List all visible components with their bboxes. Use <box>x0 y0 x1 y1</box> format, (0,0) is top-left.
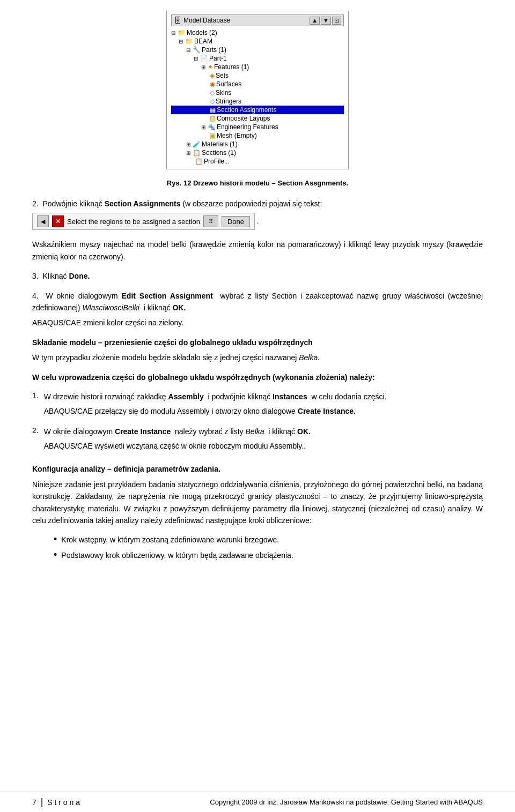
tree-label: Composite Layups <box>217 115 270 122</box>
tree-icon-features: ✦ <box>208 63 213 71</box>
ns-2-sub: ABAQUS/CAE wyświetli wczytaną część w ok… <box>44 440 483 452</box>
tree-header-controls[interactable]: ▲ ▼ ⊡ <box>310 17 341 25</box>
ns-num-1: 1. <box>32 391 39 400</box>
tree-icon-sets: ◈ <box>210 72 215 79</box>
ns-item-2: 2. W oknie dialogowym Create Instance na… <box>32 426 483 455</box>
step-3-bold: Done. <box>69 272 90 280</box>
step-4-block: 4. W oknie dialogowym Edit Section Assig… <box>32 290 483 329</box>
tree-icon-parts: 🔧 <box>193 46 201 54</box>
tree-label: Sections (1) <box>202 149 236 157</box>
tree-label: BEAM <box>194 38 212 45</box>
tree-item-skins[interactable]: ◇ Skins <box>171 88 344 97</box>
tree-item-materials[interactable]: ⊞ 🧪 Materials (1) <box>171 140 344 148</box>
toolbar-back-button[interactable]: ◀ <box>37 215 49 227</box>
tree-label: Section Assignments <box>217 106 276 114</box>
bullet-text-2: Podstawowy krok obliczeniowy, w którym b… <box>61 549 293 561</box>
caption-text: Rys. 12 Drzewo historii modelu – Section… <box>167 179 348 187</box>
section-konfiguracja-header: Konfiguracja analizy – definicja paramet… <box>32 463 483 475</box>
page-strona: S t r o n a <box>47 798 80 807</box>
model-database-tree: 🗄 Model Database ▲ ▼ ⊡ ⊟ 📁 Models (2) ⊟ … <box>166 11 349 169</box>
step-3-block: 3. Kliknąć Done. <box>32 270 483 282</box>
section-celu-header: W celu wprowadzenia części do globalnego… <box>32 371 483 383</box>
para3-text: Wskaźnikiem myszy najechać na model belk… <box>32 239 483 263</box>
ns-1-t3b: w celu dodania części. <box>311 392 386 401</box>
ns-2-t3b: i kliknąć <box>268 427 295 436</box>
page-separator: | <box>41 796 43 807</box>
toolbar-cancel-button[interactable]: ✕ <box>52 215 64 227</box>
tree-item-sets[interactable]: ◈ Sets <box>171 71 344 80</box>
tree-item-sections[interactable]: ⊞ 📋 Sections (1) <box>171 148 344 157</box>
expand-icon: ⊞ <box>186 150 190 156</box>
tree-label: Models (2) <box>187 29 217 36</box>
tree-item-parts[interactable]: ⊟ 🔧 Parts (1) <box>171 46 344 54</box>
ns-1-text: W drzewie historii rozwinąć zakładkę Ass… <box>44 391 483 403</box>
tree-menu-icon[interactable]: ⊡ <box>332 17 341 25</box>
step-4-text2 <box>217 292 220 300</box>
ns-2-b1: Create Instance <box>115 427 171 436</box>
tree-label: Surfaces <box>216 80 241 88</box>
ns-2-t1: W oknie dialogowym <box>44 427 113 436</box>
footer: 7 | S t r o n a Copyright 2009 dr inż. J… <box>0 792 515 812</box>
expand-icon: ⊞ <box>186 141 190 147</box>
tree-icon-mesh: ▣ <box>210 132 216 139</box>
ns-1-sub-text: ABAQUS/CAE przełączy się do modułu Assem… <box>44 407 296 415</box>
step-4-number: 4. <box>32 292 39 300</box>
step-4-bold1: Edit Section Assignment <box>122 292 213 300</box>
step-2-number: 2. <box>32 199 39 208</box>
tree-label: Mesh (Empty) <box>217 132 257 139</box>
tree-item-composite-layups[interactable]: ▧ Composite Layups <box>171 114 344 123</box>
tree-item-section-assignments[interactable]: ▦ Section Assignments <box>171 106 344 114</box>
database-icon: 🗄 <box>174 16 181 25</box>
tree-icon-stringers: ◇ <box>210 98 215 105</box>
section-konfiguracja: Konfiguracja analizy – definicja paramet… <box>32 463 483 526</box>
step-4-bold2: OK. <box>172 303 186 312</box>
tree-scroll-up-icon[interactable]: ▲ <box>310 17 320 25</box>
tree-item-profile[interactable]: 📋 ProFile... <box>171 157 344 166</box>
ns-2-t2b: należy wybrać z listy <box>175 427 244 436</box>
tree-scroll-down-icon[interactable]: ▼ <box>321 17 331 25</box>
toolbar-instruction-text: Select the regions to be assigned a sect… <box>67 218 200 226</box>
tree-diagram: 🗄 Model Database ▲ ▼ ⊡ ⊟ 📁 Models (2) ⊟ … <box>32 11 483 169</box>
tree-icon-section-assignments: ▦ <box>210 106 216 114</box>
toolbar-done-button[interactable]: Done <box>222 216 250 227</box>
expand-icon: ⊟ <box>171 30 175 36</box>
ns-2-b2: OK. <box>297 427 311 436</box>
ns-1-t1: W drzewie historii rozwinąć zakładkę <box>44 392 166 401</box>
step-2-text: 2. Podwójnie kliknąć Section Assignments… <box>32 198 483 210</box>
tree-item-stringers[interactable]: ◇ Stringers <box>171 97 344 106</box>
belka-italic: Belka. <box>299 353 320 362</box>
bullet-list: • Krok wstępny, w którym zostaną zdefini… <box>54 534 483 561</box>
tree-item-models[interactable]: ⊟ 📁 Models (2) <box>171 28 344 37</box>
tree-label: ProFile... <box>204 158 230 165</box>
tree-title: 🗄 Model Database <box>174 16 230 25</box>
section-skladanie-text: W tym przypadku złożenie modelu będzie s… <box>32 352 483 363</box>
page-number: 7 | S t r o n a <box>32 796 80 808</box>
tree-icon-surfaces: ◉ <box>210 80 215 88</box>
cancel-icon: ✕ <box>55 218 61 225</box>
ns-2-i1: Belka <box>246 427 264 436</box>
step-2-end: (w obszarze podpowiedzi pojawi się tekst… <box>182 199 322 208</box>
toolbar-options-button[interactable]: ⠿ <box>203 215 218 227</box>
done-label: Done <box>227 218 244 226</box>
tree-item-beam[interactable]: ⊟ 📁 BEAM <box>171 37 344 46</box>
section-skladanie-header-text: Składanie modelu – przeniesienie części … <box>32 338 313 347</box>
tree-icon-skins: ◇ <box>210 89 215 96</box>
section-skladanie-header: Składanie modelu – przeniesienie części … <box>32 337 483 348</box>
tree-item-surfaces[interactable]: ◉ Surfaces <box>171 80 344 88</box>
figure-caption: Rys. 12 Drzewo historii modelu – Section… <box>32 179 483 187</box>
toolbar-section: ◀ ✕ Select the regions to be assigned a … <box>32 213 483 230</box>
tree-item-part1[interactable]: ⊟ 📄 Part-1 <box>171 54 344 63</box>
tree-label: Part-1 <box>209 55 227 62</box>
tree-label: Sets <box>216 72 229 79</box>
step-2-bold: Section Assignments <box>105 199 181 208</box>
ns-1-sub-bold: Create Instance. <box>298 407 356 415</box>
ns-content-2: W oknie dialogowym Create Instance należ… <box>44 426 483 455</box>
tree-item-features[interactable]: ⊞ ✦ Features (1) <box>171 63 344 71</box>
tree-label: Parts (1) <box>202 46 226 54</box>
bullet-item-1: • Krok wstępny, w którym zostaną zdefini… <box>54 534 483 546</box>
tree-item-engineering-features[interactable]: ⊞ 🔩 Engineering Features <box>171 123 344 131</box>
ns-content-1: W drzewie historii rozwinąć zakładkę Ass… <box>44 391 483 420</box>
ns-item-1: 1. W drzewie historii rozwinąć zakładkę … <box>32 391 483 420</box>
tree-item-mesh[interactable]: ▣ Mesh (Empty) <box>171 131 344 140</box>
options-icon: ⠿ <box>209 218 213 225</box>
